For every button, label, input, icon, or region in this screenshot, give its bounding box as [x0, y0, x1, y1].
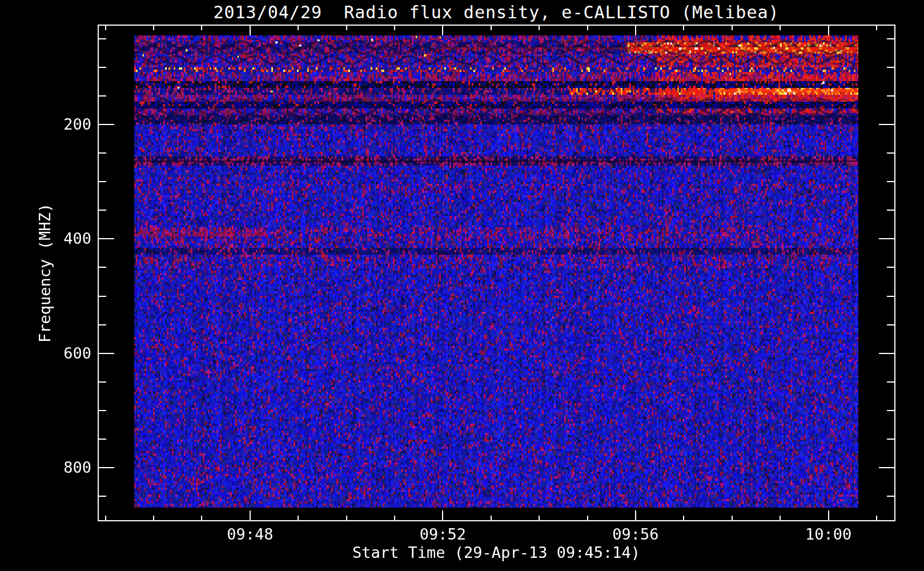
- x-tick-label: 09:56: [612, 525, 658, 543]
- x-tick-label: 10:00: [805, 525, 851, 543]
- y-tick-label: 400: [16, 230, 91, 248]
- x-tick-label: 09:48: [227, 525, 273, 543]
- spectrogram-chart: 2013/04/29 Radio flux density, e-CALLIST…: [0, 0, 924, 571]
- y-tick-label: 600: [16, 344, 91, 363]
- x-tick-label: 09:52: [420, 525, 466, 543]
- x-axis-title: Start Time (29-Apr-13 09:45:14): [352, 544, 640, 561]
- y-tick-label: 800: [16, 459, 91, 477]
- y-axis-title: Frequency (MHZ): [36, 203, 54, 343]
- axes-frame: [0, 0, 924, 571]
- y-tick-label: 200: [16, 115, 91, 134]
- plot-frame: [98, 25, 895, 521]
